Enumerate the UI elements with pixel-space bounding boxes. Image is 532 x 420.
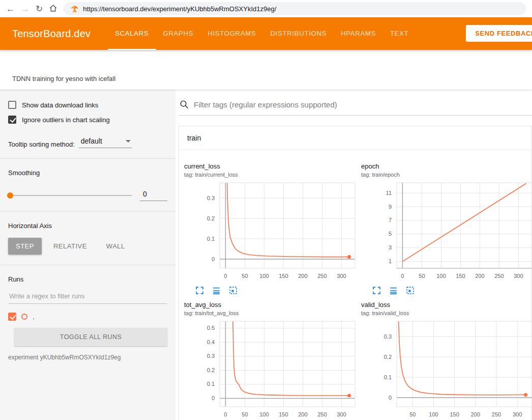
send-feedback-button[interactable]: SEND FEEDBACK [466, 25, 532, 42]
svg-text:11: 11 [386, 190, 392, 196]
fit-domain-icon[interactable] [406, 286, 415, 295]
experiment-caption: experiment yKUbhb5wRmOSXYkId1z9eg [8, 354, 167, 361]
line-chart[interactable]: 1357911050100150200250300 [361, 179, 532, 284]
divider [0, 158, 175, 159]
svg-text:100: 100 [436, 273, 446, 279]
filter-tags-row[interactable]: Filter tags (regular expressions support… [179, 97, 532, 116]
chart-title: tot_avg_loss [184, 301, 357, 309]
svg-text:0.5: 0.5 [207, 325, 215, 331]
ignore-outliers-row[interactable]: Ignore outliers in chart scaling [8, 116, 167, 124]
horizontal-axis-label: Horizontal Axis [8, 222, 167, 230]
ignore-outliers-label: Ignore outliers in chart scaling [22, 116, 110, 124]
log-scale-icon[interactable] [212, 286, 221, 295]
svg-text:1: 1 [389, 258, 392, 264]
forward-icon[interactable]: → [21, 5, 29, 13]
tensorboard-logo[interactable]: TensorBoard.dev [12, 28, 91, 40]
divider [0, 211, 175, 212]
show-download-links-label: Show data download links [22, 101, 98, 109]
svg-text:150: 150 [450, 411, 459, 417]
axis-wall-button[interactable]: WALL [99, 238, 133, 255]
svg-text:100: 100 [259, 411, 269, 417]
svg-text:0.4: 0.4 [207, 339, 215, 345]
tab-distributions[interactable]: DISTRIBUTIONS [263, 17, 334, 50]
tooltip-sorting-value: default [81, 137, 102, 145]
svg-text:0: 0 [389, 395, 392, 401]
svg-text:150: 150 [279, 273, 288, 279]
chart-title: epoch [361, 162, 532, 170]
runs-filter-input[interactable]: Write a regex to filter runs [8, 292, 167, 304]
svg-text:0.1: 0.1 [207, 381, 215, 387]
axis-relative-button[interactable]: RELATIVE [46, 238, 95, 255]
smoothing-value-input[interactable]: 0 [140, 190, 167, 201]
reload-icon[interactable]: ↻ [36, 5, 43, 13]
horizontal-axis-buttons: STEP RELATIVE WALL [8, 238, 167, 255]
filter-tags-input[interactable]: Filter tags (regular expressions support… [194, 100, 337, 109]
svg-text:0: 0 [224, 273, 227, 279]
fullscreen-icon[interactable] [372, 286, 381, 295]
chart-toolbar [361, 284, 532, 296]
svg-text:200: 200 [471, 411, 480, 417]
settings-sidebar: Show data download links Ignore outliers… [0, 90, 175, 420]
run-row: . [8, 313, 167, 321]
smoothing-slider[interactable] [8, 195, 132, 196]
chart-tag: tag: train/epoch [361, 172, 532, 178]
chart-tag: tag: train/valid_loss [361, 310, 532, 316]
back-icon[interactable]: ← [6, 5, 15, 13]
tooltip-sorting-dropdown[interactable]: default [79, 137, 132, 148]
run-color-circle[interactable] [21, 314, 27, 320]
tooltip-sorting-row: Tooltip sorting method: default [8, 137, 167, 148]
slider-thumb[interactable] [7, 192, 13, 199]
scalar-chart-card: tot_avg_loss tag: train/tot_avg_loss 00.… [180, 297, 357, 420]
tensorboard-favicon [71, 5, 78, 13]
run-checkbox[interactable] [8, 313, 16, 321]
line-chart[interactable]: 00.10.20.30.40.5050100150200250300 [184, 317, 357, 420]
line-chart[interactable]: 00.10.20.3050100150200250300 [184, 179, 357, 284]
svg-text:200: 200 [475, 273, 484, 279]
svg-text:250: 250 [317, 273, 327, 279]
svg-text:250: 250 [494, 273, 504, 279]
tag-group-header[interactable]: train [179, 126, 531, 150]
svg-text:0.2: 0.2 [207, 215, 215, 221]
svg-text:0.2: 0.2 [207, 367, 215, 373]
svg-text:50: 50 [409, 411, 416, 417]
dashboard-main: Filter tags (regular expressions support… [175, 90, 532, 420]
svg-text:200: 200 [298, 273, 307, 279]
tab-histograms[interactable]: HISTOGRAMS [200, 17, 263, 50]
tab-text[interactable]: TEXT [383, 17, 416, 50]
home-icon[interactable] [49, 4, 57, 14]
scalar-chart-card: current_loss tag: train/current_loss 00.… [180, 158, 357, 297]
chart-title: current_loss [184, 162, 357, 170]
tab-hparams[interactable]: HPARAMS [334, 17, 383, 50]
show-download-links-row[interactable]: Show data download links [8, 101, 167, 109]
axis-step-button[interactable]: STEP [8, 238, 42, 255]
browser-toolbar: ← → ↻ https://tensorboard.dev/experiment… [0, 0, 532, 17]
line-chart[interactable]: 00.10.20.350100150200250300 [361, 317, 532, 420]
scalar-chart-card: epoch tag: train/epoch 13579110501001502… [357, 158, 532, 297]
svg-text:200: 200 [298, 411, 307, 417]
svg-text:0.3: 0.3 [207, 353, 215, 359]
run-name: . [33, 313, 35, 321]
svg-text:5: 5 [389, 231, 392, 237]
content: Show data download links Ignore outliers… [0, 90, 532, 420]
svg-text:0.3: 0.3 [384, 333, 392, 340]
chart-title: valid_loss [361, 301, 532, 309]
log-scale-icon[interactable] [389, 286, 398, 295]
fit-domain-icon[interactable] [229, 286, 238, 295]
fullscreen-icon[interactable] [195, 286, 204, 295]
svg-text:250: 250 [317, 411, 327, 417]
tab-graphs[interactable]: GRAPHS [156, 17, 201, 50]
chart-tag: tag: train/tot_avg_loss [184, 310, 357, 316]
svg-text:50: 50 [419, 273, 425, 279]
smoothing-label: Smoothing [8, 169, 167, 177]
runs-label: Runs [8, 275, 167, 283]
url-text: https://tensorboard.dev/experiment/yKUbh… [83, 5, 276, 13]
search-icon [180, 100, 189, 109]
divider [0, 265, 175, 265]
address-bar[interactable]: https://tensorboard.dev/experiment/yKUbh… [64, 2, 526, 15]
tab-scalars[interactable]: SCALARS [108, 17, 156, 50]
toggle-all-runs-button[interactable]: TOGGLE ALL RUNS [14, 328, 167, 346]
svg-text:0.1: 0.1 [384, 374, 392, 380]
svg-text:300: 300 [337, 273, 346, 279]
svg-text:3: 3 [389, 244, 392, 250]
svg-text:50: 50 [242, 411, 248, 417]
